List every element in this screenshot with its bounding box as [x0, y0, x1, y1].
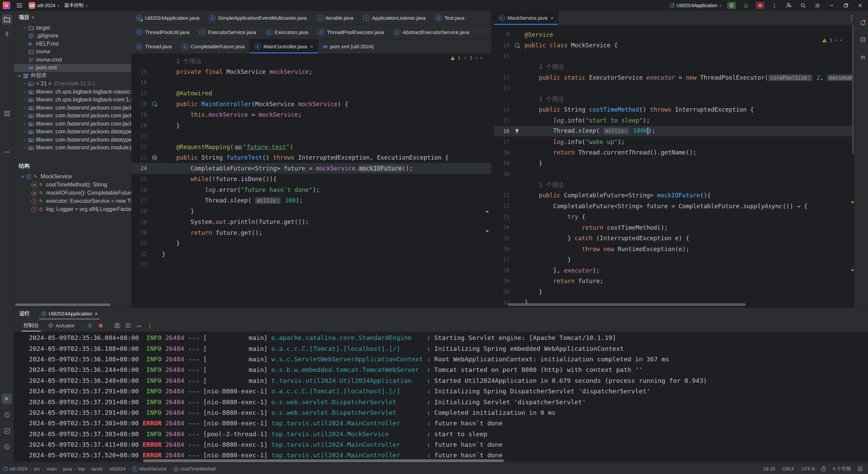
chevron-right-icon[interactable]: › [22, 121, 28, 126]
editor-tab-maincontroller-java[interactable]: CMainController.java× [250, 39, 318, 53]
code-line-17[interactable]: 17 @Autowired [131, 88, 491, 99]
more-tools-icon[interactable] [2, 147, 12, 157]
project-tree-item[interactable]: mvnw [14, 48, 131, 56]
breadcrumb-item[interactable]: util2024 [109, 466, 126, 472]
close-icon[interactable]: × [551, 15, 554, 21]
code-line-25[interactable]: 25 while(!future.isDone()){ [131, 174, 491, 185]
chevron-right-icon[interactable]: › [22, 89, 28, 94]
project-panel-header[interactable]: 项目 ∨ [14, 11, 131, 24]
structure-item[interactable]: fexecutor: ExecutorService = new ThreadP [14, 197, 131, 205]
editor-tab-test-java[interactable]: CTest.java [431, 11, 469, 25]
sidebar-horizontal-scrollbar[interactable] [15, 304, 111, 306]
code-line-27[interactable]: 27 } [494, 255, 856, 265]
run-configuration-selector[interactable]: Util2024Application ∨ [669, 3, 722, 8]
code-line-19[interactable]: 19 } [494, 158, 856, 169]
code-line-13[interactable]: 13 [494, 83, 856, 94]
indent-style[interactable]: 4 个空格 [833, 466, 851, 472]
project-tree-item[interactable]: ›< 21 >D:\env\jdk-21.0.1 [14, 80, 131, 88]
editor-tab-executors-java[interactable]: CExecutors.java [261, 25, 313, 39]
code-line-9[interactable]: 9@Service [494, 29, 856, 40]
run-tool-icon[interactable] [2, 394, 12, 404]
project-tree-item[interactable]: M↓HELP.md [14, 40, 131, 48]
project-tree-item[interactable]: ›Maven: com.fasterxml.jackson.core:jacks… [14, 104, 131, 112]
lock-icon[interactable] [821, 466, 826, 471]
editor-tab-iterable-java[interactable]: IIterable.java [312, 11, 358, 25]
code-line-14[interactable]: 14 public String costTimeMethod() throws… [494, 104, 856, 115]
spring-bean-gutter-icon[interactable] [510, 43, 524, 48]
prev-problem-icon[interactable]: ˄ [475, 56, 477, 60]
project-tree-item[interactable]: mpom.xml [14, 64, 131, 72]
breadcrumb-item[interactable]: src [34, 466, 40, 472]
close-icon[interactable]: × [95, 311, 98, 316]
thread-dump-camera-icon[interactable] [113, 321, 122, 330]
breadcrumb-item[interactable]: main [47, 466, 57, 472]
code-line-23[interactable]: 23 try { [494, 212, 856, 223]
more-options-icon[interactable] [145, 321, 155, 330]
code-line-21[interactable]: 21 [131, 131, 491, 142]
structure-item[interactable]: mmockIOFuture(): CompletableFuture<Stri [14, 189, 131, 197]
rerun-button[interactable] [727, 2, 736, 9]
caret-position[interactable]: 16:26 [763, 466, 775, 472]
editor-tab-applicationlistener-java[interactable]: IApplicationListener.java [358, 11, 431, 25]
project-tree-item[interactable]: ›Maven: ch.qos.logback:logback-classic:1… [14, 88, 131, 96]
project-tree-item[interactable]: ›Maven: com.fasterxml.jackson.core:jacks… [14, 112, 131, 120]
code-line-25[interactable]: 25 } catch (InterruptedException e) { [494, 233, 856, 244]
code-line-16[interactable]: 16 [131, 77, 491, 88]
code-inlay-line[interactable]: 2 个用法 [131, 56, 491, 67]
debug-button[interactable] [741, 2, 750, 9]
breadcrumb-item[interactable]: top [78, 466, 85, 472]
search-icon[interactable] [799, 2, 807, 9]
project-tree-item[interactable]: ›Maven: ch.qos.logback:logback-core:1.4.… [14, 96, 131, 104]
more-actions-icon[interactable] [770, 2, 779, 9]
mapping-globe-inlay-icon[interactable]: ⊕∨ [234, 145, 243, 150]
structure-panel-header[interactable]: 结构 [14, 159, 131, 173]
tab-actuator[interactable]: Actuator [44, 320, 79, 331]
warning-stripe-mark[interactable] [486, 230, 488, 232]
chevron-right-icon[interactable]: › [22, 105, 28, 110]
next-problem-icon[interactable]: ˅ [840, 38, 842, 42]
code-line-31[interactable]: 31 } [131, 238, 491, 249]
code-line-32[interactable]: 32} [131, 249, 491, 260]
structure-item[interactable]: flog: Logger = org.slf4j.LoggerFactory.g… [14, 205, 131, 213]
code-line-28[interactable]: 28 } [131, 206, 491, 217]
editor-tab-completablefuture-java[interactable]: CCompletableFuture.java [177, 39, 250, 53]
notifications-bell-icon[interactable] [858, 18, 868, 28]
editor-tab-threadpoolutil-java[interactable]: CThreadPoolUtil.java [131, 25, 195, 39]
tab-options-icon[interactable] [851, 15, 852, 20]
line-separator[interactable]: CRLF [782, 466, 795, 472]
code-line-11[interactable]: 11 [494, 51, 856, 62]
editor-tab-util2024application-java[interactable]: CUtil2024Application.java [131, 11, 204, 25]
gradle-tool-icon[interactable]: G [2, 442, 12, 452]
close-icon[interactable]: × [310, 44, 313, 49]
code-line-18[interactable]: 18 public MainController(MockService moc… [131, 99, 491, 110]
breadcrumb-item[interactable]: mcostTimeMethod [173, 466, 216, 472]
commit-tool-icon[interactable] [2, 29, 12, 39]
rerun-icon[interactable] [85, 321, 95, 330]
code-line-24[interactable]: 24 return costTimeMethod(); [494, 222, 856, 233]
code-line-27[interactable]: 27 Thread.sleep( millis: 100); [131, 195, 491, 206]
maven-tool-icon[interactable]: m [858, 52, 868, 62]
code-line-10[interactable]: 10public class MockService { [494, 40, 856, 51]
structure-tool-icon[interactable] [2, 108, 12, 118]
main-menu-icon[interactable] [15, 2, 24, 9]
code-line-30[interactable]: 30 return future.get(); [131, 227, 491, 238]
code-line-18[interactable]: 18 return Thread.currentThread().getName… [494, 147, 856, 158]
code-line-15[interactable]: 15 log.info("start to sleep"); [494, 115, 856, 126]
project-switcher[interactable]: U2 util-2024 ∨ [29, 2, 60, 9]
inspections-widget-right[interactable]: 1 ˄ ˅ [822, 37, 842, 43]
chevron-right-icon[interactable]: › [22, 26, 28, 30]
stop-button[interactable] [756, 2, 765, 9]
code-inlay-line[interactable]: 1 个用法 [494, 94, 856, 104]
chevron-down-icon[interactable]: ∨ [20, 174, 26, 179]
terminal-tool-icon[interactable] [2, 371, 12, 381]
editor-right-content[interactable]: 9@Service10public class MockService {11 … [494, 25, 856, 307]
editor-tab-abstractexecutorservice-java[interactable]: CAbstractExecutorService.java [389, 25, 474, 39]
soft-wrap-icon[interactable] [123, 321, 133, 330]
chevron-right-icon[interactable]: › [22, 137, 28, 142]
inspections-widget-left[interactable]: 1 ✓ 1 ˄ ˅ [450, 55, 482, 61]
project-tree-item[interactable]: ›Maven: com.fasterxml.jackson.datatype:j… [14, 128, 131, 136]
breadcrumb-item[interactable]: CMockService [132, 466, 167, 472]
code-line-12[interactable]: 12 public static ExecutorService executo… [494, 72, 856, 83]
services-tool-icon[interactable] [2, 426, 12, 436]
settings-gear-icon[interactable] [813, 2, 822, 9]
